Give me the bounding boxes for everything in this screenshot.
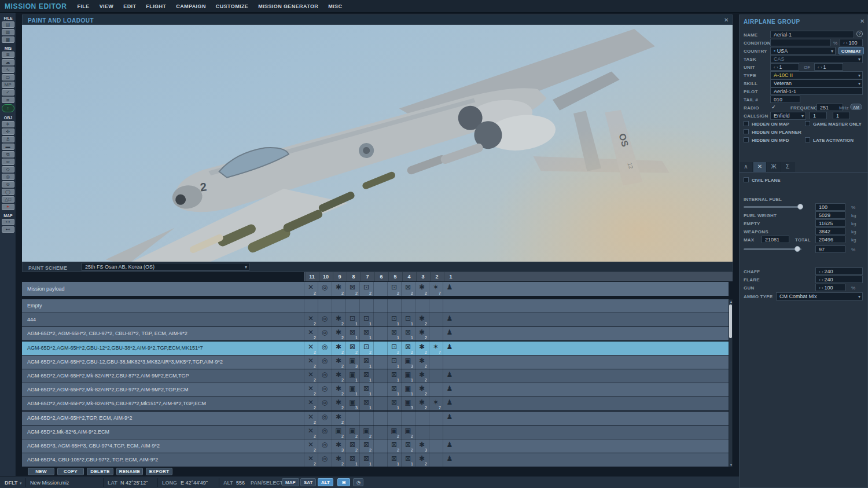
helicopter-icon[interactable]: ✣ (2, 129, 14, 135)
export-button[interactable]: EXPORT (146, 468, 172, 475)
delete-button[interactable]: DELETE (87, 468, 113, 475)
route-icon[interactable]: ∿ (2, 67, 14, 73)
combat-button[interactable]: COMBAT (838, 47, 864, 54)
distance-tool-icon[interactable]: ⊟ (337, 478, 350, 486)
key-icon[interactable]: ⊶ (2, 219, 14, 225)
linked-group-icon[interactable]: ∞ (2, 159, 14, 165)
loadout-row[interactable]: AGM-65D*2,AGM-65H*2,Mk-82AIR*2,CBU-97*2,… (22, 383, 729, 397)
weather-icon[interactable]: ☁ (2, 59, 14, 65)
briefing-icon[interactable]: ≣ (2, 52, 14, 58)
open-mission-icon[interactable]: ▥ (2, 29, 14, 35)
ship-icon[interactable]: ⚓ (2, 136, 14, 142)
loadout-row[interactable]: 444✕2◎✱2⊡1⊡1⊡1⊡1✱2♟ (22, 313, 729, 326)
airplane-icon[interactable]: ✈ (2, 121, 14, 127)
save-mission-icon[interactable]: ▦ (2, 36, 14, 43)
task-select[interactable]: CAS▾ (770, 55, 863, 63)
loadout-row[interactable]: AGM-65D*3, AGM-65H*3, CBU-97*4,TGP, ECM,… (22, 439, 729, 453)
new-mission-icon[interactable]: ▤ (2, 21, 14, 28)
close-icon[interactable]: ✕ (724, 17, 729, 23)
tab-payload[interactable]: ✕ (753, 162, 767, 172)
copy-button[interactable]: COPY (57, 468, 84, 475)
profile-caret-icon[interactable]: ▾ (20, 481, 22, 486)
pilot-field[interactable]: Aerial-1-1 (770, 87, 863, 95)
bullseye-icon[interactable]: ⊙ (2, 181, 14, 188)
callsign-select[interactable]: Enfield▾ (770, 112, 806, 120)
scrollbar-thumb[interactable] (729, 304, 732, 338)
waypoint-icon[interactable]: ◇ (2, 166, 14, 173)
menu-item-misc[interactable]: MISC (328, 3, 342, 9)
loadout-row[interactable]: AGM-65D*2,AGM-65H*2,Mk-82AIR*2,CBU-87*2,… (22, 369, 729, 383)
menu-item-customize[interactable]: CUSTOMIZE (216, 3, 248, 9)
shapes-icon[interactable]: △□ (2, 196, 14, 203)
condition-field[interactable] (770, 39, 831, 46)
late-activation-checkbox[interactable] (805, 137, 810, 142)
hidden-on-mfd-checkbox[interactable] (744, 137, 749, 142)
mission-payload-row[interactable]: Mission payload ✕2◎✱2⊠2⊡2⊡2⊠2✱2✶7♟ (22, 282, 729, 296)
loadout-row[interactable]: AGM-65D*2,AGM-65H*2,GBU-12,GBU-38,MK82*3… (22, 355, 729, 369)
skill-select[interactable]: Veteran▾ (770, 79, 863, 87)
sat-view-button[interactable]: SAT (300, 478, 316, 486)
new-button[interactable]: NEW (28, 468, 54, 475)
unit-of-spinner[interactable]: ‹ ›1 (814, 63, 843, 71)
condition-spinner[interactable]: ‹ ›100 (840, 39, 863, 46)
chaff-spinner[interactable]: ‹ ›240 (815, 267, 863, 275)
hidden-on-map-checkbox[interactable] (744, 121, 749, 126)
tab-aircraft-systems[interactable]: Ж (767, 162, 781, 172)
clock-icon[interactable]: ◷ (353, 478, 363, 486)
hidden-on-planner-checkbox[interactable] (744, 129, 749, 134)
unit-count-spinner[interactable]: ‹ ›1 (770, 63, 799, 71)
callsign-number-2[interactable]: 1 (833, 112, 850, 119)
unit-group-icon[interactable]: ◯ (2, 189, 14, 195)
internal-fuel-field[interactable]: 100 (815, 203, 845, 211)
tail-number-field[interactable]: 010 (770, 96, 800, 103)
menu-item-mission-generator[interactable]: MISSION GENERATOR (258, 3, 318, 9)
vehicle-icon[interactable]: ▬ (2, 144, 14, 150)
menu-item-file[interactable]: FILE (78, 3, 90, 9)
name-field[interactable]: Aerial-1 (770, 31, 854, 38)
explosion-icon[interactable]: ✶ (2, 204, 14, 210)
callsign-number-1[interactable]: 1 (810, 112, 827, 119)
close-icon[interactable]: ✕ (860, 18, 865, 24)
menu-item-campaign[interactable]: CAMPAIGN (176, 3, 206, 9)
paint-scheme-select[interactable]: 25th FS Osan AB, Korea (OS)▾ (82, 263, 249, 271)
template-icon[interactable]: ◎ (2, 174, 14, 180)
loadout-row[interactable]: AGM-65D*2,AGM-65H*2,Mk-82AIR*6,CBU-87*2,… (22, 397, 729, 410)
am-toggle[interactable]: AM (850, 104, 862, 110)
civil-plane-checkbox[interactable] (744, 177, 749, 182)
flare-spinner[interactable]: ‹ ›240 (815, 276, 863, 283)
fuel-weight-field[interactable]: 5029 (815, 211, 845, 219)
static-object-icon[interactable]: ⧉ (2, 151, 14, 157)
menu-item-flight[interactable]: FLIGHT (146, 3, 166, 9)
tab-route[interactable]: ∧ (740, 162, 753, 172)
map-view-button[interactable]: MAP (282, 478, 299, 486)
zone-icon[interactable]: ▭ (2, 74, 14, 80)
loadout-row[interactable]: AGM-65D*4, CBU-105*2,CBU-97*2, TGP, ECM,… (22, 453, 729, 467)
loadout-row[interactable]: AGM-65D*2,Mk-82*6,AIM-9*2,ECM✕2◎▣2▣2▣2▣2… (22, 425, 729, 439)
alt-view-button[interactable]: ALT (318, 478, 333, 486)
menu-item-view[interactable]: VIEW (100, 3, 114, 9)
max-weight-field[interactable]: 21081 (762, 236, 789, 243)
loadout-row[interactable]: AGM-65D*2, AGM-65H*2, CBU-97*2, CBU-87*2… (22, 327, 729, 340)
mp-icon[interactable]: MP (2, 82, 14, 88)
profile-select[interactable]: DFLT (5, 480, 17, 486)
gun-spinner[interactable]: ‹ ›100 (815, 284, 845, 291)
ammo-type-select[interactable]: CM Combat Mix▾ (776, 292, 863, 300)
list-scrollbar[interactable]: ▲ ▼ (729, 299, 733, 467)
validate-icon[interactable]: ✓ (2, 89, 14, 96)
game-master-only-checkbox[interactable] (805, 121, 810, 126)
total-percent-field[interactable]: 97 (815, 245, 845, 253)
run-mission-icon[interactable]: ↑ (2, 104, 14, 112)
radio-checkbox[interactable]: ✓ (771, 104, 776, 110)
loadout-row[interactable]: AGM-65D*2,AGM-65H*2,TGP, ECM, AIM-9*2✕2◎… (22, 412, 729, 425)
help-icon[interactable]: ? (856, 31, 863, 37)
triggers-icon[interactable]: ⧈ (2, 97, 14, 103)
loadout-row-selected[interactable]: AGM-65D*2,AGM-65H*2,GBU-12*2,GBU-38*2,AI… (22, 342, 729, 355)
country-select[interactable]: • USA▾ (770, 47, 836, 55)
tab-summary[interactable]: Σ (781, 162, 795, 172)
internal-fuel-slider[interactable] (744, 206, 801, 208)
ruler-icon[interactable]: ⊷ (2, 226, 14, 233)
menu-item-edit[interactable]: EDIT (123, 3, 136, 9)
type-select[interactable]: A-10C II▾ (770, 71, 863, 79)
loadout-row[interactable]: Empty (22, 299, 729, 313)
total-weight-slider[interactable] (744, 248, 801, 250)
